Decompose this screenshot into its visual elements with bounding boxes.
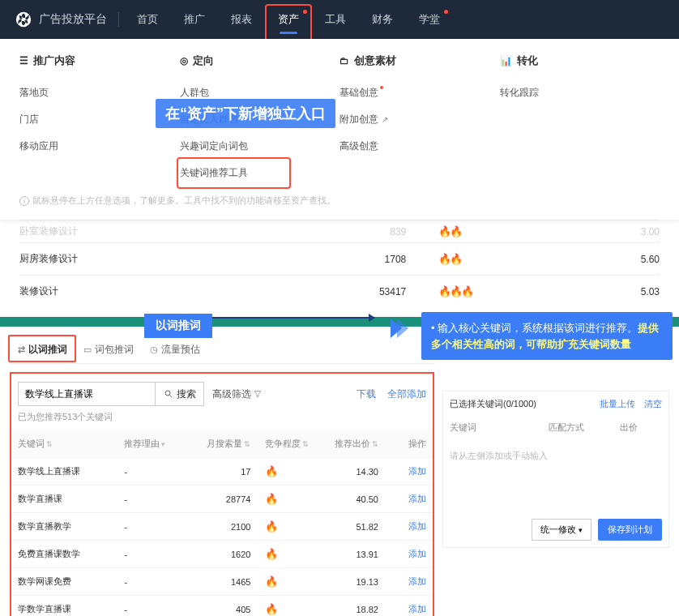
dropdown-col: 📊转化转化跟踪	[500, 53, 660, 186]
dropdown-col-title: ◎定向	[180, 53, 340, 68]
selected-columns: 关键词 匹配方式 出价	[450, 417, 662, 438]
sort-icon[interactable]: ⇅	[46, 440, 53, 448]
highlight-box-tab	[8, 335, 76, 362]
dropdown-item[interactable]: 基础创意	[340, 79, 500, 106]
add-keyword-link[interactable]: 添加	[408, 466, 426, 476]
tab-1[interactable]: ▭词包推词	[75, 336, 142, 363]
flame-icon: 🔥	[265, 603, 318, 615]
app-header: 广告投放平台 首页推广报表资产工具财务学堂	[0, 0, 679, 39]
flame-icon: 🔥	[265, 493, 318, 505]
folder-icon: 🗀	[340, 55, 349, 66]
nav-item-4[interactable]: 工具	[312, 0, 359, 39]
dropdown-col: 🗀创意素材基础创意附加创意↗高级创意	[340, 53, 500, 186]
sort-icon[interactable]: ⇅	[244, 440, 250, 448]
nav-item-5[interactable]: 财务	[359, 0, 406, 39]
assets-dropdown: ☰推广内容落地页门店移动应用◎定向人群包自定义人群包兴趣词定向词包关键词推荐工具…	[0, 39, 679, 220]
table-row: 卧室装修设计839🔥🔥3.00	[19, 220, 660, 242]
results-table-top: 卧室装修设计839🔥🔥3.00厨房装修设计1708🔥🔥5.60装修设计53417…	[0, 220, 679, 317]
dropdown-tip: i 鼠标悬停在上方任意选项，了解更多。工具中找不到的功能请移至资产查找。	[19, 186, 660, 212]
sort-icon[interactable]: ⇅	[372, 440, 378, 448]
dropdown-item[interactable]: 移动应用	[19, 133, 180, 160]
flame-icon: 🔥	[265, 548, 318, 560]
keyword-tabs: ⇄以词推词▭词包推词◷流量预估	[10, 336, 434, 364]
chevron-down-icon: ▾	[579, 526, 583, 534]
selected-empty-hint: 请从左侧添加或手动输入	[450, 438, 662, 511]
add-keyword-link[interactable]: 添加	[408, 604, 426, 614]
target-icon: ◎	[180, 55, 188, 66]
dropdown-item[interactable]: 转化跟踪	[500, 79, 660, 106]
keyword-results-panel: 搜索 高级筛选 下载 全部添加 已为您推荐513个关键词 关键词⇅ 推荐理由▾ …	[10, 372, 434, 616]
svg-line-1	[169, 396, 172, 398]
search-icon	[164, 389, 173, 399]
selected-keywords-panel: 已选择关键词(0/1000) 批量上传 清空 关键词 匹配方式 出价 请从左侧添…	[442, 391, 669, 548]
sort-icon[interactable]: ⇅	[302, 440, 309, 448]
add-keyword-link[interactable]: 添加	[408, 576, 426, 586]
table-row: 数学直播教学-2100🔥51.82添加	[11, 512, 433, 540]
nav-item-6[interactable]: 学堂	[406, 0, 453, 39]
advanced-filter[interactable]: 高级筛选	[212, 387, 263, 401]
unify-modify-button[interactable]: 统一修改 ▾	[532, 519, 591, 541]
annotation-tip: • 输入核心关键词，系统根据该词进行推荐。提供多个相关性高的词，可帮助扩充关键词…	[421, 312, 673, 360]
nav-item-1[interactable]: 推广	[171, 0, 218, 39]
keyword-table-header: 关键词⇅ 推荐理由▾ 月搜索量⇅ 竞争程度⇅ 推荐出价⇅ 操作	[11, 430, 433, 457]
table-row: 装修设计53417🔥🔥🔥5.03	[19, 275, 660, 307]
logo-wrap: 广告投放平台	[15, 11, 124, 28]
pkg-icon: ▭	[83, 344, 92, 355]
platform-title: 广告投放平台	[39, 12, 119, 27]
clear-link[interactable]: 清空	[644, 399, 662, 409]
table-row: 数学网课免费-1465🔥19.13添加	[11, 567, 433, 595]
nav-item-0[interactable]: 首页	[124, 0, 171, 39]
add-keyword-link[interactable]: 添加	[408, 494, 426, 503]
search-button[interactable]: 搜索	[155, 383, 203, 405]
main-nav: 首页推广报表资产工具财务学堂	[124, 0, 453, 39]
info-icon: i	[19, 196, 29, 206]
dropdown-item[interactable]: 关键词推荐工具	[180, 160, 340, 186]
dropdown-col-title: 📊转化	[500, 53, 660, 68]
table-row: 数学直播课-28774🔥40.50添加	[11, 485, 433, 512]
dropdown-item[interactable]: 兴趣词定向词包	[180, 133, 340, 160]
selected-count: 已选择关键词(0/1000)	[450, 398, 536, 410]
dropdown-item[interactable]: 附加创意↗	[340, 106, 500, 133]
add-all-link[interactable]: 全部添加	[387, 387, 426, 401]
annotation-entry: 在“资产”下新增独立入口	[156, 99, 335, 128]
flame-icon: 🔥🔥	[438, 225, 576, 237]
nav-item-3[interactable]: 资产	[265, 0, 312, 39]
download-link[interactable]: 下载	[357, 387, 376, 401]
external-icon: ↗	[382, 115, 388, 124]
dropdown-col-title: 🗀创意素材	[340, 53, 500, 68]
nav-item-2[interactable]: 报表	[218, 0, 265, 39]
annotation-chip: 以词推词	[144, 314, 212, 338]
svg-point-0	[165, 391, 170, 396]
recommend-hint: 已为您推荐513个关键词	[11, 411, 433, 423]
table-row: 数学线上直播课-17🔥14.30添加	[11, 457, 433, 485]
dropdown-item[interactable]: 高级创意	[340, 133, 500, 160]
chevron-icon	[395, 319, 408, 338]
flow-icon: ◷	[150, 344, 158, 355]
platform-logo-icon	[15, 11, 32, 28]
batch-upload-link[interactable]: 批量上传	[600, 399, 635, 409]
flame-icon: 🔥	[265, 520, 318, 533]
bars-icon: 📊	[500, 55, 512, 66]
flame-icon: 🔥	[265, 465, 318, 477]
table-row: 学数学直播课-405🔥18.82添加	[11, 595, 433, 616]
flame-icon: 🔥	[265, 575, 318, 588]
dropdown-col-title: ☰推广内容	[19, 53, 180, 68]
sort-icon[interactable]: ▾	[161, 440, 165, 448]
keyword-tool-section: ⇄以词推词▭词包推词◷流量预估 搜索 高级筛选 下载 全部添加	[0, 327, 679, 616]
flame-icon: 🔥🔥🔥	[438, 285, 576, 297]
add-keyword-link[interactable]: 添加	[408, 549, 426, 558]
keyword-search-box: 搜索	[18, 382, 204, 406]
list-icon: ☰	[19, 55, 28, 66]
table-row: 免费直播课数学-1620🔥13.91添加	[11, 540, 433, 567]
funnel-icon	[253, 389, 263, 399]
table-row: 厨房装修设计1708🔥🔥5.60	[19, 242, 660, 275]
flame-icon: 🔥🔥	[438, 253, 576, 265]
keyword-search-input[interactable]	[19, 383, 155, 405]
tab-2[interactable]: ◷流量预估	[142, 336, 208, 363]
save-to-plan-button[interactable]: 保存到计划	[598, 519, 662, 541]
add-keyword-link[interactable]: 添加	[408, 521, 426, 531]
